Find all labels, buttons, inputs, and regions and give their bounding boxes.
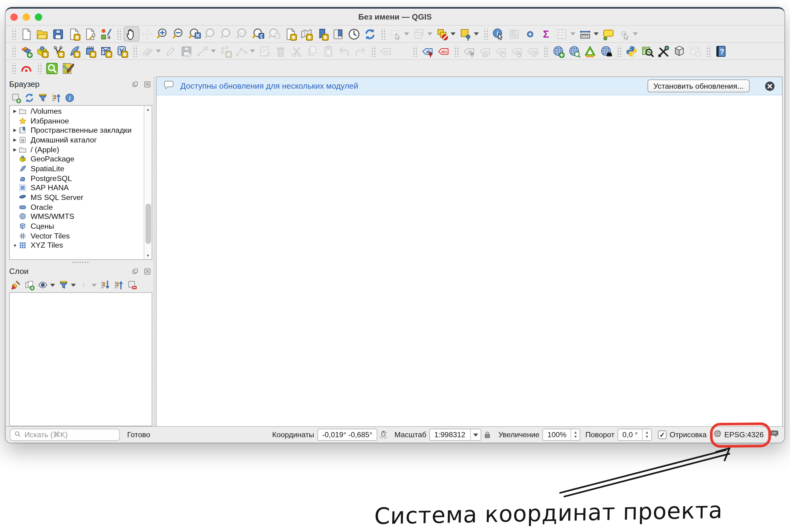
expander-down-icon[interactable]: ▼ bbox=[12, 243, 18, 248]
scale-dropdown-icon[interactable] bbox=[470, 429, 481, 440]
plugin-builder-tools-button[interactable] bbox=[655, 43, 671, 59]
search-input[interactable]: Искать (⌘K) bbox=[10, 429, 120, 441]
show-statistics-button[interactable]: Σ bbox=[538, 26, 554, 42]
browser-scrollbar[interactable]: ▲ ▼ bbox=[144, 106, 152, 259]
zoom-full-button[interactable] bbox=[187, 26, 203, 42]
rotation-spinbox[interactable]: 0,0 ° ▲▼ bbox=[618, 429, 652, 441]
new-spatial-bookmark-button[interactable] bbox=[314, 26, 330, 42]
new-geopackage-layer-button[interactable] bbox=[34, 43, 50, 59]
browser-tree-item[interactable]: SpatiaLite bbox=[10, 164, 152, 173]
highlight-pinned-labels-button[interactable]: abc bbox=[435, 43, 451, 59]
collapse-all-browser-button[interactable] bbox=[50, 91, 63, 104]
processing-toolbox-button[interactable] bbox=[522, 26, 538, 42]
python-console-button[interactable] bbox=[624, 43, 640, 59]
remove-layer-group-button[interactable] bbox=[126, 278, 139, 292]
project-open-button[interactable] bbox=[34, 26, 50, 42]
plugin-search-zoom-button[interactable] bbox=[640, 43, 655, 59]
open-data-source-manager-button[interactable] bbox=[18, 43, 34, 59]
temporal-controller-button[interactable] bbox=[346, 26, 362, 42]
browser-tree-item[interactable]: ▶/Volumes bbox=[10, 107, 152, 116]
coordinates-field[interactable]: -0,019° -0,685° bbox=[317, 429, 378, 441]
new-temporary-scratch-layer-button[interactable] bbox=[114, 43, 130, 59]
browser-tree-item[interactable]: ▶Пространственные закладки bbox=[10, 126, 152, 135]
magnifier-spin-icons[interactable]: ▲▼ bbox=[571, 429, 580, 440]
browser-tree-item[interactable]: ▼XYZ Tiles bbox=[10, 241, 152, 250]
open-layer-styling-button[interactable] bbox=[9, 278, 23, 292]
render-checkbox[interactable]: ✓ bbox=[658, 431, 667, 439]
browser-float-button[interactable] bbox=[130, 79, 140, 89]
refresh-map-button[interactable] bbox=[362, 26, 378, 42]
expander-right-icon[interactable]: ▶ bbox=[12, 109, 18, 114]
scale-combo[interactable]: 1:998312 bbox=[429, 429, 481, 441]
new-spatialite-layer-button[interactable] bbox=[66, 43, 82, 59]
browser-tree-item[interactable]: ▶/ (Apple) bbox=[10, 145, 152, 154]
browser-tree-item[interactable]: SAP HANA bbox=[10, 183, 152, 193]
browser-tree-item[interactable]: Oracle bbox=[10, 203, 152, 212]
new-gpx-layer-button[interactable] bbox=[82, 43, 98, 59]
expander-right-icon[interactable]: ▶ bbox=[12, 138, 18, 142]
new-map-view-button[interactable] bbox=[283, 26, 298, 42]
project-save-button[interactable] bbox=[50, 26, 66, 42]
map-tips-button[interactable] bbox=[600, 26, 616, 42]
browser-close-button[interactable] bbox=[142, 79, 152, 89]
dsg-tools-plugin-button[interactable] bbox=[582, 43, 598, 59]
browser-tree-item[interactable]: PostgreSQL bbox=[10, 174, 152, 183]
refresh-browser-button[interactable] bbox=[23, 91, 36, 104]
dock-splitter[interactable] bbox=[152, 76, 156, 426]
browser-tree-item[interactable]: GeoPackage bbox=[10, 154, 152, 164]
layers-float-button[interactable] bbox=[130, 267, 140, 276]
expand-all-layers-button[interactable] bbox=[98, 278, 112, 292]
browser-tree-item[interactable]: Избранное bbox=[10, 116, 152, 125]
browser-tree-item[interactable]: ▶Домашний каталог bbox=[10, 135, 152, 145]
browser-properties-button[interactable]: i bbox=[63, 91, 76, 104]
scrollbar-thumb[interactable] bbox=[145, 204, 151, 244]
quickmap-services-button[interactable] bbox=[550, 43, 566, 59]
notification-close-icon[interactable] bbox=[764, 80, 776, 92]
pin-unpin-labels-button[interactable]: ab bbox=[420, 43, 435, 59]
quick-map-sketch-plugin-button[interactable] bbox=[60, 60, 76, 76]
browser-tree-item[interactable]: Сцены bbox=[10, 222, 152, 231]
filter-legend-button[interactable] bbox=[57, 278, 70, 292]
new-3d-map-view-button[interactable] bbox=[298, 26, 314, 42]
identify-features-button[interactable]: i bbox=[490, 26, 506, 42]
filter-browser-button[interactable] bbox=[36, 91, 50, 104]
pan-map-button[interactable] bbox=[123, 26, 139, 42]
browser-tree-item[interactable]: Vector Tiles bbox=[10, 231, 152, 241]
manage-map-themes-button[interactable] bbox=[36, 278, 50, 292]
deselect-features-button[interactable] bbox=[434, 26, 450, 42]
filter-legend-dropdown-icon[interactable] bbox=[71, 283, 76, 286]
map-canvas[interactable]: Доступны обновления для нескольких модул… bbox=[156, 76, 783, 426]
style-manager-button[interactable]: a bbox=[98, 26, 114, 42]
new-shapefile-layer-button[interactable] bbox=[50, 43, 66, 59]
browser-tree-item[interactable]: MS SQL Server bbox=[10, 193, 152, 202]
show-spatial-bookmarks-button[interactable] bbox=[330, 26, 346, 42]
zoom-in-button[interactable] bbox=[155, 26, 171, 42]
expander-right-icon[interactable]: ▶ bbox=[12, 128, 18, 133]
collapse-all-layers-button[interactable] bbox=[112, 278, 126, 292]
toggle-extents-icon[interactable] bbox=[379, 430, 388, 440]
search-layers-plugin-button[interactable] bbox=[44, 60, 60, 76]
quickmap-services-search-button[interactable] bbox=[566, 43, 582, 59]
scroll-down-icon[interactable]: ▼ bbox=[144, 252, 152, 259]
show-layout-manager-button[interactable] bbox=[82, 26, 98, 42]
layers-close-button[interactable] bbox=[142, 267, 152, 276]
measure-line-dropdown-icon[interactable] bbox=[594, 33, 599, 36]
expander-right-icon[interactable]: ▶ bbox=[12, 147, 18, 152]
crs-status-button[interactable]: EPSG:4326 bbox=[713, 429, 764, 440]
add-group-button[interactable] bbox=[23, 278, 36, 292]
zoom-last-button[interactable]: ❮ bbox=[251, 26, 267, 42]
select-by-location-button[interactable] bbox=[457, 26, 473, 42]
help-contents-button[interactable]: ? bbox=[713, 43, 729, 59]
new-print-layout-button[interactable] bbox=[66, 26, 82, 42]
browser-tree-item[interactable]: WMS/WMTS bbox=[10, 212, 152, 221]
measure-line-button[interactable] bbox=[577, 26, 593, 42]
zoom-out-button[interactable] bbox=[171, 26, 187, 42]
project-new-button[interactable] bbox=[18, 26, 34, 42]
messages-bubble-icon[interactable] bbox=[769, 429, 780, 441]
manage-map-themes-dropdown-icon[interactable] bbox=[50, 283, 55, 286]
panel-splitter[interactable] bbox=[9, 260, 152, 265]
azimuth-distance-plugin-button[interactable] bbox=[18, 60, 34, 76]
scroll-up-icon[interactable]: ▲ bbox=[144, 106, 152, 113]
lock-scale-icon[interactable] bbox=[482, 430, 492, 440]
osm-place-search-button[interactable] bbox=[598, 43, 614, 59]
